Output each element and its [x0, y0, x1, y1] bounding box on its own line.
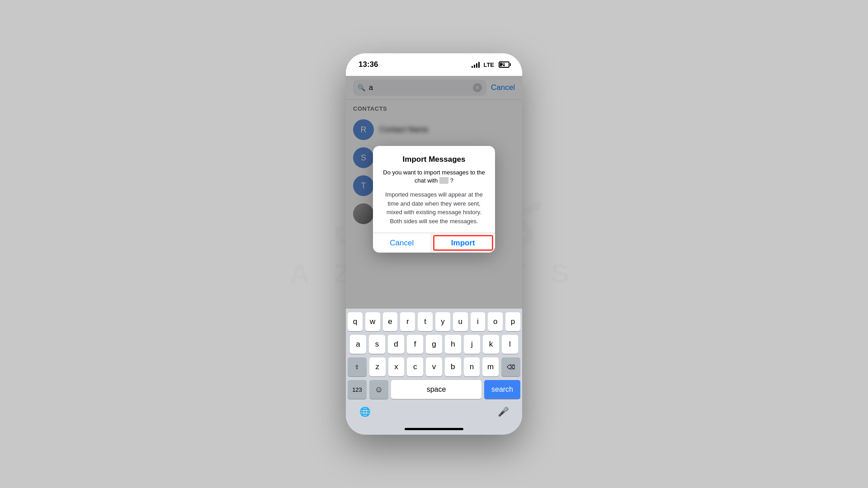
key-i[interactable]: i — [471, 312, 486, 331]
key-h[interactable]: h — [445, 335, 461, 354]
signal-bars-icon — [472, 62, 480, 68]
globe-icon[interactable]: 🌐 — [357, 404, 373, 420]
lte-icon: LTE — [483, 61, 494, 68]
key-y[interactable]: y — [435, 312, 450, 331]
key-r[interactable]: r — [400, 312, 415, 331]
mic-icon[interactable]: 🎤 — [495, 404, 511, 420]
key-w[interactable]: w — [365, 312, 380, 331]
key-o[interactable]: o — [488, 312, 503, 331]
key-x[interactable]: x — [388, 357, 405, 376]
key-s[interactable]: s — [369, 335, 385, 354]
shift-key[interactable]: ⇧ — [348, 357, 367, 376]
phone-frame: 13:36 LTE 25 🔍 a ✕ Cancel — [346, 53, 522, 435]
key-v[interactable]: v — [426, 357, 442, 376]
status-time: 13:36 — [359, 60, 378, 69]
key-l[interactable]: l — [502, 335, 518, 354]
keyboard-row-2: a s d f g h j k l — [348, 335, 520, 354]
dialog-cancel-button[interactable]: Cancel — [373, 233, 431, 253]
status-bar: 13:36 LTE 25 — [346, 53, 522, 76]
backspace-key[interactable]: ⌫ — [501, 357, 520, 376]
key-k[interactable]: k — [483, 335, 499, 354]
dialog-body: Import Messages Do you want to import me… — [373, 146, 495, 233]
key-j[interactable]: j — [464, 335, 480, 354]
numbers-key[interactable]: 123 — [348, 380, 367, 399]
keyboard-row-1: q w e r t y u i o p — [348, 312, 520, 331]
home-indicator — [346, 425, 522, 435]
search-key[interactable]: search — [484, 380, 520, 399]
key-t[interactable]: t — [418, 312, 433, 331]
home-bar — [405, 428, 463, 430]
dialog-subtitle: Do you want to import messages to the ch… — [380, 169, 488, 185]
key-p[interactable]: p — [505, 312, 520, 331]
app-content: 🔍 a ✕ Cancel CONTACTS R Contact Name S C… — [346, 76, 522, 309]
key-e[interactable]: e — [383, 312, 398, 331]
key-c[interactable]: c — [407, 357, 423, 376]
keyboard-row-3: ⇧ z x c v b n m ⌫ — [348, 357, 520, 376]
keyboard: q w e r t y u i o p a s d f g h j k l ⇧ … — [346, 309, 522, 425]
status-icons: LTE 25 — [472, 61, 509, 68]
key-f[interactable]: f — [407, 335, 423, 354]
key-b[interactable]: b — [445, 357, 461, 376]
dialog-title: Import Messages — [380, 155, 488, 164]
battery-icon: 25 — [499, 61, 509, 68]
keyboard-bottom-row: 123 ☺ space search — [348, 380, 520, 399]
key-g[interactable]: g — [426, 335, 442, 354]
import-messages-dialog: Import Messages Do you want to import me… — [373, 146, 495, 253]
key-m[interactable]: m — [482, 357, 499, 376]
emoji-key[interactable]: ☺ — [369, 380, 388, 399]
key-u[interactable]: u — [453, 312, 468, 331]
dialog-import-button[interactable]: Import — [433, 235, 494, 251]
space-key[interactable]: space — [391, 380, 481, 399]
key-n[interactable]: n — [464, 357, 480, 376]
key-d[interactable]: d — [388, 335, 404, 354]
keyboard-bottom-actions: 🌐 🎤 — [348, 402, 520, 423]
dialog-description: Imported messages will appear at the tim… — [380, 190, 488, 225]
key-a[interactable]: a — [350, 335, 366, 354]
key-z[interactable]: z — [369, 357, 386, 376]
dialog-buttons: Cancel Import — [373, 233, 495, 253]
key-q[interactable]: q — [348, 312, 363, 331]
